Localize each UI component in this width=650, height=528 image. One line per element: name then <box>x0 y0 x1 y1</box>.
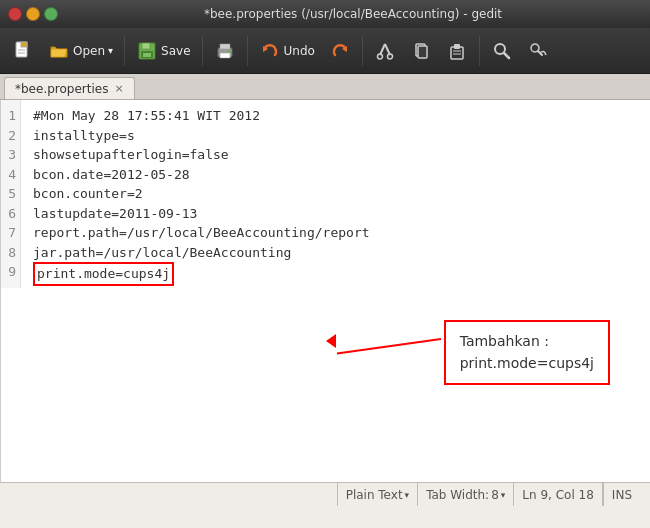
window-title: *bee.properties (/usr/local/BeeAccountin… <box>64 7 642 21</box>
svg-rect-10 <box>220 53 230 58</box>
position-label: Ln 9, Col 18 <box>522 488 594 502</box>
line-num: 7 <box>5 223 16 243</box>
svg-line-25 <box>504 53 509 58</box>
undo-button[interactable]: Undo <box>253 36 321 66</box>
find-button[interactable] <box>485 36 519 66</box>
svg-point-11 <box>227 49 230 52</box>
ins-label: INS <box>612 488 632 502</box>
code-content[interactable]: #Mon May 28 17:55:41 WIT 2012 installtyp… <box>25 100 650 288</box>
svg-point-17 <box>387 54 392 59</box>
code-line-7: report.path=/usr/local/BeeAccounting/rep… <box>33 223 642 243</box>
code-line-3: showsetupafterlogin=false <box>33 145 642 165</box>
redo-icon <box>329 40 351 62</box>
tab-close-button[interactable]: × <box>114 83 123 94</box>
minimize-button[interactable] <box>26 7 40 21</box>
language-dropdown[interactable]: Plain Text ▾ <box>346 488 409 502</box>
new-button[interactable] <box>6 36 40 66</box>
annotation-line2: print.mode=cups4j <box>460 352 594 374</box>
line-num: 5 <box>5 184 16 204</box>
undo-label: Undo <box>284 44 315 58</box>
svg-rect-21 <box>454 44 460 49</box>
tabbar: *bee.properties × <box>0 74 650 100</box>
open-arrow: ▾ <box>108 45 113 56</box>
separator-2 <box>202 36 203 66</box>
open-button[interactable]: Open ▾ <box>42 36 119 66</box>
window-controls[interactable] <box>8 7 58 21</box>
line-num: 3 <box>5 145 16 165</box>
svg-rect-1 <box>21 42 27 47</box>
tabwidth-chevron: ▾ <box>501 490 506 500</box>
save-label: Save <box>161 44 190 58</box>
separator-4 <box>362 36 363 66</box>
arrow-line <box>337 338 441 355</box>
annotation-box: Tambahkan : print.mode=cups4j <box>444 320 610 385</box>
code-line-9: print.mode=cups4j <box>33 262 642 282</box>
findreplace-icon <box>527 40 549 62</box>
line-num: 6 <box>5 204 16 224</box>
arrow-head <box>326 334 336 348</box>
svg-rect-9 <box>220 44 230 49</box>
code-line-4: bcon.date=2012-05-28 <box>33 165 642 185</box>
code-line-5: bcon.counter=2 <box>33 184 642 204</box>
toolbar: Open ▾ Save <box>0 28 650 74</box>
new-icon <box>12 40 34 62</box>
line-num: 1 <box>5 106 16 126</box>
status-right: Plain Text ▾ Tab Width: 8 ▾ Ln 9, Col 18… <box>337 483 640 506</box>
close-button[interactable] <box>8 7 22 21</box>
annotation: Tambahkan : print.mode=cups4j <box>444 320 610 385</box>
editor-area: 1 2 3 4 5 6 7 8 9 #Mon May 28 17:55:41 W… <box>0 100 650 482</box>
line-num: 4 <box>5 165 16 185</box>
print-button[interactable] <box>208 36 242 66</box>
line-num: 2 <box>5 126 16 146</box>
maximize-button[interactable] <box>44 7 58 21</box>
save-button[interactable]: Save <box>130 36 196 66</box>
tabwidth-label: Tab Width: <box>426 488 489 502</box>
annotation-line1: Tambahkan : <box>460 330 594 352</box>
code-line-8: jar.path=/usr/local/BeeAccounting <box>33 243 642 263</box>
cursor-position: Ln 9, Col 18 <box>514 483 603 506</box>
line-num: 8 <box>5 243 16 263</box>
language-label: Plain Text <box>346 488 403 502</box>
separator-1 <box>124 36 125 66</box>
code-line-6: lastupdate=2011-09-13 <box>33 204 642 224</box>
copy-icon <box>410 40 432 62</box>
findreplace-button[interactable] <box>521 36 555 66</box>
titlebar: *bee.properties (/usr/local/BeeAccountin… <box>0 0 650 28</box>
svg-rect-19 <box>418 46 427 58</box>
line-numbers: 1 2 3 4 5 6 7 8 9 <box>1 100 21 288</box>
search-icon <box>491 40 513 62</box>
paste-button[interactable] <box>440 36 474 66</box>
code-line-2: installtype=s <box>33 126 642 146</box>
insert-mode: INS <box>603 483 640 506</box>
language-chevron: ▾ <box>405 490 410 500</box>
statusbar: Plain Text ▾ Tab Width: 8 ▾ Ln 9, Col 18… <box>0 482 650 506</box>
cut-icon <box>374 40 396 62</box>
svg-rect-5 <box>142 43 150 49</box>
redo-button[interactable] <box>323 36 357 66</box>
code-line-1: #Mon May 28 17:55:41 WIT 2012 <box>33 106 642 126</box>
paste-icon <box>446 40 468 62</box>
cut-button[interactable] <box>368 36 402 66</box>
language-selector[interactable]: Plain Text ▾ <box>337 483 418 506</box>
undo-icon <box>259 40 281 62</box>
copy-button[interactable] <box>404 36 438 66</box>
open-icon <box>48 40 70 62</box>
line-num: 9 <box>5 262 16 282</box>
svg-rect-7 <box>143 53 151 57</box>
tabwidth-dropdown[interactable]: Tab Width: 8 ▾ <box>426 488 505 502</box>
save-icon <box>136 40 158 62</box>
print-icon <box>214 40 236 62</box>
tabwidth-value: 8 <box>491 488 499 502</box>
separator-5 <box>479 36 480 66</box>
tabwidth-selector[interactable]: Tab Width: 8 ▾ <box>418 483 514 506</box>
separator-3 <box>247 36 248 66</box>
highlighted-text: print.mode=cups4j <box>33 262 174 286</box>
open-label: Open <box>73 44 105 58</box>
tab-label: *bee.properties <box>15 82 108 96</box>
editor-tab[interactable]: *bee.properties × <box>4 77 135 99</box>
svg-point-16 <box>377 54 382 59</box>
